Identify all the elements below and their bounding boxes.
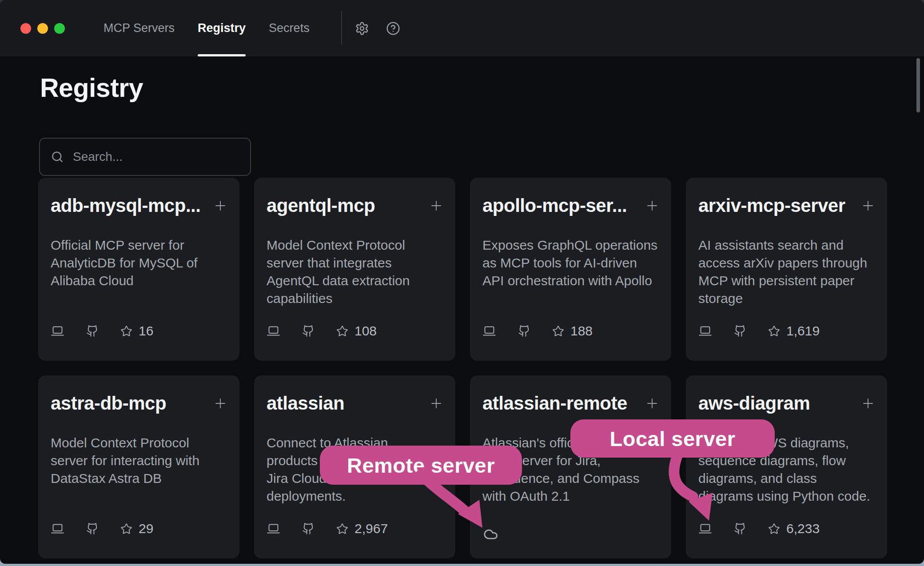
add-server-icon[interactable] [430, 397, 443, 410]
server-name: adb-mysql-mcp... [51, 195, 200, 216]
search-icon [51, 150, 64, 163]
local-server-icon [51, 325, 64, 337]
traffic-lights [20, 23, 65, 34]
card-footer [482, 521, 499, 536]
star-icon [768, 523, 780, 535]
github-icon [518, 325, 530, 337]
github-icon [86, 325, 99, 337]
server-name: apollo-mcp-ser... [482, 195, 627, 216]
local-server-icon [267, 522, 280, 535]
star-icon [336, 523, 348, 535]
server-description: Model Context Protocol server that integ… [267, 236, 449, 307]
card-footer: 16 [51, 323, 153, 339]
card-header: agentql-mcp [267, 195, 443, 216]
server-name: atlassian [267, 393, 344, 414]
add-server-icon[interactable] [645, 397, 659, 410]
server-name: aws-diagram [698, 393, 810, 414]
star-icon [120, 523, 132, 535]
add-server-icon[interactable] [214, 397, 227, 410]
star-count: 16 [139, 323, 153, 339]
card-footer: 6,233 [698, 521, 820, 536]
search-box [39, 138, 251, 176]
star-icon [120, 325, 132, 337]
local-server-icon [698, 325, 712, 337]
minimize-button[interactable] [37, 23, 48, 34]
local-server-icon [267, 325, 280, 337]
star-count: 2,967 [354, 521, 388, 536]
github-icon [734, 522, 746, 535]
star-icon [552, 325, 564, 337]
add-server-icon[interactable] [214, 199, 227, 212]
server-card[interactable]: adb-mysql-mcp... Official MCP server for… [38, 178, 239, 361]
star-count: 188 [570, 323, 593, 339]
tab-secrets[interactable]: Secrets [269, 0, 310, 56]
server-description: AI assistants search and access arXiv pa… [698, 236, 880, 307]
server-card[interactable]: agentql-mcp Model Context Protocol serve… [254, 178, 455, 361]
card-footer: 1,619 [698, 323, 820, 339]
card-grid: adb-mysql-mcp... Official MCP server for… [38, 178, 887, 558]
card-header: apollo-mcp-ser... [482, 195, 659, 216]
github-icon [302, 522, 315, 535]
card-header: atlassian-remote [482, 393, 659, 414]
titlebar: MCP Servers Registry Secrets [0, 0, 924, 56]
card-footer: 188 [482, 323, 593, 339]
server-description: Model Context Protocol server for intera… [51, 434, 233, 487]
card-footer: 108 [267, 323, 377, 339]
card-header: aws-diagram [698, 393, 875, 414]
add-server-icon[interactable] [430, 199, 443, 212]
local-server-icon [482, 325, 496, 337]
zoom-button[interactable] [54, 23, 65, 34]
annotation-remote-server: Remote server [320, 446, 522, 485]
github-icon [86, 522, 99, 535]
close-button[interactable] [20, 23, 31, 34]
server-description: Official MCP server for AnalyticDB for M… [51, 236, 233, 290]
star-count: 29 [139, 521, 153, 536]
server-name: astra-db-mcp [51, 393, 166, 414]
card-footer: 29 [51, 521, 153, 536]
settings-gear-icon[interactable] [355, 21, 369, 36]
add-server-icon[interactable] [645, 199, 659, 212]
tab-registry[interactable]: Registry [198, 0, 246, 56]
server-card[interactable]: apollo-mcp-ser... Exposes GraphQL operat… [470, 178, 671, 361]
local-server-icon [698, 522, 712, 535]
card-footer: 2,967 [267, 521, 388, 536]
server-card[interactable]: arxiv-mcp-server AI assistants search an… [686, 178, 887, 361]
server-card[interactable]: astra-db-mcp Model Context Protocol serv… [38, 375, 239, 558]
server-name: agentql-mcp [267, 195, 375, 216]
page-title: Registry [40, 73, 143, 103]
github-icon [734, 325, 746, 337]
star-count: 1,619 [786, 323, 820, 339]
add-server-icon[interactable] [861, 199, 875, 212]
server-card[interactable]: aws-diagram Generate AWS diagrams, seque… [686, 375, 887, 558]
star-icon [336, 325, 348, 337]
tab-mcp-servers[interactable]: MCP Servers [104, 0, 175, 56]
add-server-icon[interactable] [861, 397, 875, 410]
titlebar-divider [341, 11, 342, 45]
server-description: Exposes GraphQL operations as MCP tools … [482, 236, 665, 290]
server-name: atlassian-remote [482, 393, 627, 414]
search-input[interactable] [73, 143, 250, 170]
local-server-icon [51, 522, 64, 535]
card-header: atlassian [267, 393, 443, 414]
nav-tabs: MCP Servers Registry Secrets [104, 0, 310, 56]
server-name: arxiv-mcp-server [698, 195, 845, 216]
star-count: 6,233 [786, 521, 820, 536]
github-icon [302, 325, 315, 337]
card-header: astra-db-mcp [51, 393, 227, 414]
star-count: 108 [354, 323, 377, 339]
card-header: arxiv-mcp-server [698, 195, 875, 216]
star-icon [768, 325, 780, 337]
help-icon[interactable] [386, 21, 400, 36]
scrollbar-thumb[interactable] [916, 58, 920, 112]
annotation-local-server: Local server [570, 419, 775, 458]
card-header: adb-mysql-mcp... [51, 195, 227, 216]
remote-server-cloud-icon [482, 526, 499, 541]
